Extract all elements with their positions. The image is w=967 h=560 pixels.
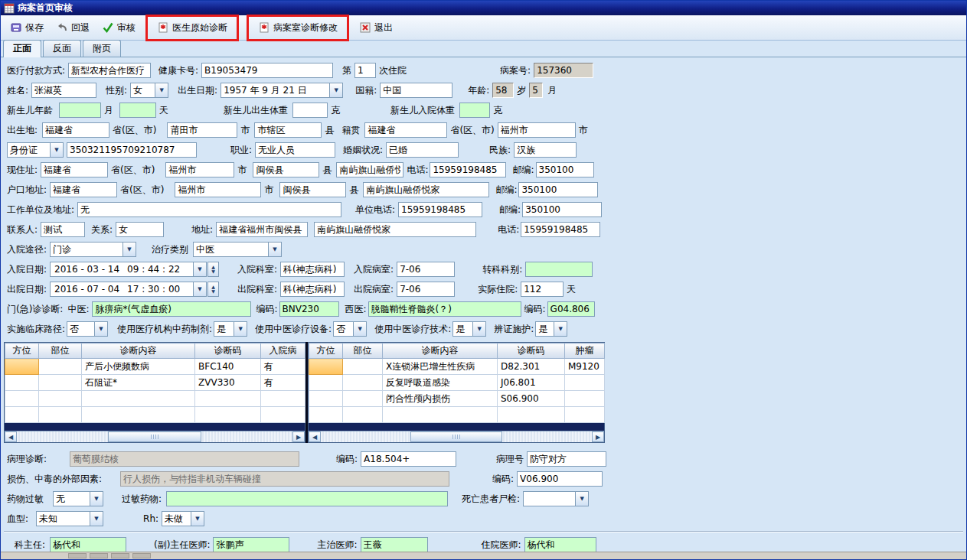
column-header[interactable]: 方位 [5, 343, 39, 359]
admission-dept-field[interactable] [280, 262, 345, 277]
current-detail-field[interactable] [336, 162, 403, 177]
contact-address1-field[interactable] [216, 222, 308, 237]
column-header[interactable]: 诊断码 [195, 343, 261, 359]
western-diagnosis-field[interactable] [368, 301, 521, 317]
newborn-age-days-field[interactable] [119, 103, 156, 118]
admission-ward-field[interactable] [397, 262, 455, 277]
native-province-field[interactable] [364, 122, 447, 138]
newborn-admission-weight-field[interactable] [459, 103, 490, 118]
work-zip-field[interactable] [522, 202, 602, 217]
current-phone-field[interactable] [430, 162, 506, 177]
id-number-field[interactable] [67, 142, 197, 158]
chevron-down-icon[interactable]: ▼ [123, 243, 136, 256]
chevron-down-icon[interactable]: ▼ [472, 322, 485, 336]
chevron-down-icon[interactable]: ▼ [90, 512, 103, 526]
work-unit-field[interactable] [77, 202, 341, 217]
tcm-code-field[interactable] [279, 301, 339, 317]
column-header[interactable]: 诊断内容 [82, 343, 195, 359]
transfer-dept-field[interactable] [525, 262, 593, 277]
table-cell[interactable] [309, 375, 343, 391]
table-cell[interactable] [309, 391, 343, 407]
registered-detail-field[interactable] [363, 182, 489, 197]
table-cell[interactable] [309, 359, 343, 375]
relation-field[interactable] [116, 222, 164, 237]
occupation-field[interactable] [255, 142, 335, 158]
chevron-down-icon[interactable]: ▼ [353, 322, 366, 336]
table-row[interactable]: 反复呼吸道感染 J06.801 [309, 375, 605, 391]
table-row[interactable]: X连锁淋巴增生性疾病 D82.301 M9120 [309, 359, 605, 375]
current-city-field[interactable] [165, 162, 234, 177]
scroll-left-icon[interactable]: ◀ [5, 431, 17, 442]
table-cell[interactable] [565, 407, 605, 423]
admission-path-select[interactable]: 门诊▼ [50, 242, 136, 257]
scroll-right-icon[interactable]: ▶ [292, 431, 305, 442]
table-cell[interactable]: 有 [261, 359, 305, 375]
column-header[interactable]: 部位 [39, 343, 82, 359]
table-row[interactable] [5, 407, 305, 423]
newborn-birth-weight-field[interactable] [292, 103, 328, 118]
column-header[interactable]: 诊断内容 [383, 343, 498, 359]
nationality-field[interactable] [380, 83, 452, 98]
syndrome-care-select[interactable]: 是▼ [535, 321, 567, 337]
chevron-down-icon[interactable]: ▼ [50, 143, 63, 157]
chevron-down-icon[interactable]: ▼ [554, 322, 567, 336]
treatment-type-select[interactable]: 中医▼ [193, 242, 282, 257]
table-cell[interactable] [5, 407, 39, 423]
chevron-down-icon[interactable]: ▼ [155, 83, 168, 97]
chevron-down-icon[interactable]: ▼ [90, 492, 103, 506]
tab-back[interactable]: 反面 [43, 40, 81, 57]
exit-button[interactable]: 退出 [353, 18, 399, 37]
table-cell[interactable] [565, 375, 605, 391]
scrollbar-track[interactable] [321, 431, 592, 442]
discharge-dept-field[interactable] [280, 282, 345, 297]
table-cell[interactable]: 闭合性颅内损伤 [383, 391, 498, 407]
drug-allergy-select[interactable]: 无▼ [53, 491, 103, 506]
western-code-field[interactable] [547, 301, 595, 317]
record-room-modify-button[interactable]: 病案室诊断修改 [252, 18, 344, 37]
chevron-down-icon[interactable]: ▼ [94, 322, 107, 336]
scrollbar-thumb[interactable] [410, 431, 502, 442]
table-cell[interactable] [195, 407, 261, 423]
registered-zip-field[interactable] [518, 182, 598, 197]
chevron-down-icon[interactable]: ▼ [329, 83, 342, 97]
save-button[interactable]: 保存 [4, 18, 50, 37]
table-row[interactable] [309, 407, 605, 423]
chevron-down-icon[interactable]: ▼ [268, 243, 281, 256]
current-province-field[interactable] [41, 162, 108, 177]
table-cell[interactable] [498, 407, 565, 423]
health-card-field[interactable] [201, 63, 333, 78]
table-cell[interactable]: X连锁淋巴增生性疾病 [383, 359, 498, 375]
tcm-technique-select[interactable]: 是▼ [452, 321, 486, 337]
pathology-no-field[interactable] [527, 451, 606, 467]
table-cell[interactable] [82, 407, 195, 423]
admission-datetime-picker[interactable]: 2016 - 03 - 14 09 : 44 : 22 ▼ [50, 262, 207, 277]
allergy-drug-field[interactable] [166, 491, 448, 506]
payment-method-field[interactable] [68, 63, 151, 78]
tab-appendix[interactable]: 附页 [83, 40, 121, 57]
scrollbar-track[interactable] [17, 431, 292, 442]
discharge-datetime-picker[interactable]: 2016 - 07 - 04 17 : 30 : 00 ▼ [50, 282, 207, 297]
table-cell[interactable] [343, 391, 383, 407]
scroll-left-icon[interactable]: ◀ [309, 431, 321, 442]
contact-name-field[interactable] [41, 222, 85, 237]
table-cell[interactable]: ZVV330 [195, 375, 261, 391]
injury-code-field[interactable] [517, 471, 603, 487]
table-cell[interactable] [5, 375, 39, 391]
undo-button[interactable]: 回退 [50, 18, 96, 37]
titlebar[interactable]: 病案首页审核 [1, 1, 966, 15]
table-cell[interactable] [565, 391, 605, 407]
table-row[interactable]: 闭合性颅内损伤 S06.900 [309, 391, 605, 407]
scrollbar-thumb[interactable] [108, 431, 201, 442]
table-cell[interactable] [39, 359, 82, 375]
contact-address2-field[interactable] [314, 222, 476, 237]
discharge-time-spinner[interactable]: ▲▼ [207, 282, 219, 297]
birthplace-city-field[interactable] [167, 122, 237, 138]
rh-select[interactable]: 未做▼ [162, 511, 204, 526]
birthplace-county-field[interactable] [254, 122, 322, 138]
table-cell[interactable] [39, 375, 82, 391]
table-row[interactable]: 石阻证* ZVV330 有 [5, 375, 305, 391]
dob-picker[interactable]: 1957 年 9 月 21 日▼ [221, 83, 343, 98]
discharge-ward-field[interactable] [397, 282, 455, 297]
table-cell[interactable] [309, 407, 343, 423]
marital-field[interactable] [386, 142, 459, 158]
